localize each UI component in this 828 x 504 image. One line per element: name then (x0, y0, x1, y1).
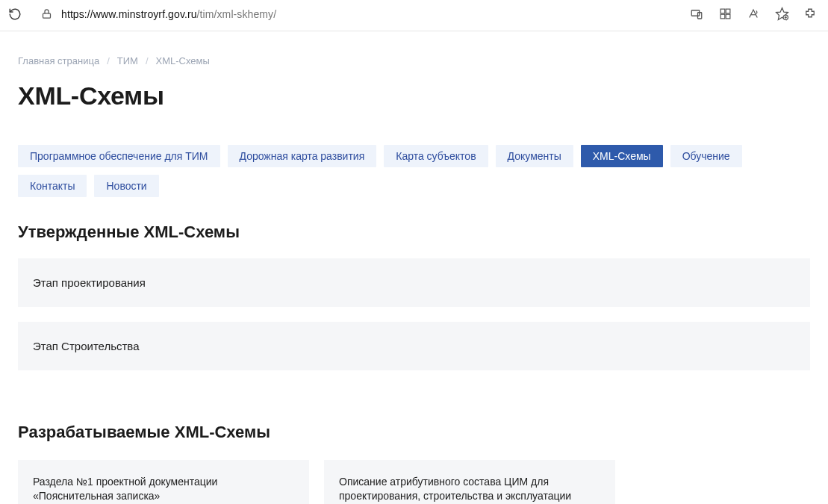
tabs-row: Программное обеспечение для ТИМ Дорожная… (18, 145, 810, 197)
card-text: Описание атрибутивного состава ЦИМ для п… (339, 475, 600, 504)
section-heading-approved: Утвержденные XML-Схемы (18, 223, 810, 242)
tab-contacts[interactable]: Контакты (18, 175, 87, 197)
card-text: Раздела №1 проектной документации «Поясн… (33, 475, 294, 503)
page-title: XML-Схемы (18, 81, 810, 111)
lock-icon (39, 7, 54, 22)
card-section1-explanatory-note: Раздела №1 проектной документации «Поясн… (18, 460, 309, 504)
url-text: https://www.minstroyrf.gov.ru/tim/xml-sk… (61, 8, 276, 20)
breadcrumb: Главная страница / ТИМ / XML-Схемы (18, 55, 810, 66)
breadcrumb-sep: / (146, 55, 149, 66)
breadcrumb-current: XML-Схемы (156, 55, 210, 66)
card-cim-attribute-description: Описание атрибутивного состава ЦИМ для п… (324, 460, 615, 504)
browser-right-icons (689, 7, 818, 22)
cards-row: Раздела №1 проектной документации «Поясн… (18, 460, 810, 504)
svg-rect-3 (720, 9, 725, 13)
read-aloud-icon[interactable] (746, 7, 761, 22)
svg-rect-5 (720, 14, 725, 19)
accordion-approved: Этап проектирования Этап Строительства (18, 258, 810, 370)
tab-training[interactable]: Обучение (670, 145, 742, 167)
svg-rect-4 (726, 9, 730, 13)
breadcrumb-tim[interactable]: ТИМ (117, 55, 138, 66)
url-host: https://www.minstroyrf.gov.ru (61, 8, 197, 20)
url-path: /tim/xml-skhemy/ (197, 8, 277, 20)
svg-rect-0 (43, 13, 50, 18)
tab-documents[interactable]: Документы (496, 145, 573, 167)
breadcrumb-sep: / (107, 55, 110, 66)
refresh-icon[interactable] (7, 7, 22, 22)
tab-news[interactable]: Новости (94, 175, 158, 197)
accordion-item-design-stage[interactable]: Этап проектирования (18, 258, 810, 307)
extensions-icon[interactable] (803, 7, 818, 22)
favorite-icon[interactable] (774, 7, 789, 22)
svg-rect-1 (691, 10, 700, 16)
tab-xml-schemes[interactable]: XML-Схемы (581, 145, 663, 167)
browser-address-bar: https://www.minstroyrf.gov.ru/tim/xml-sk… (0, 0, 828, 31)
section-heading-developing: Разрабатываемые XML-Схемы (18, 423, 810, 442)
tab-subjects-map[interactable]: Карта субъектов (384, 145, 488, 167)
tab-software-tim[interactable]: Программное обеспечение для ТИМ (18, 145, 220, 167)
grid-icon[interactable] (718, 7, 732, 22)
url-bar[interactable]: https://www.minstroyrf.gov.ru/tim/xml-sk… (31, 3, 673, 25)
breadcrumb-home[interactable]: Главная страница (18, 55, 99, 66)
svg-rect-6 (726, 14, 730, 19)
accordion-item-construction-stage[interactable]: Этап Строительства (18, 322, 810, 370)
tab-roadmap[interactable]: Дорожная карта развития (228, 145, 377, 167)
device-icon[interactable] (689, 7, 704, 22)
